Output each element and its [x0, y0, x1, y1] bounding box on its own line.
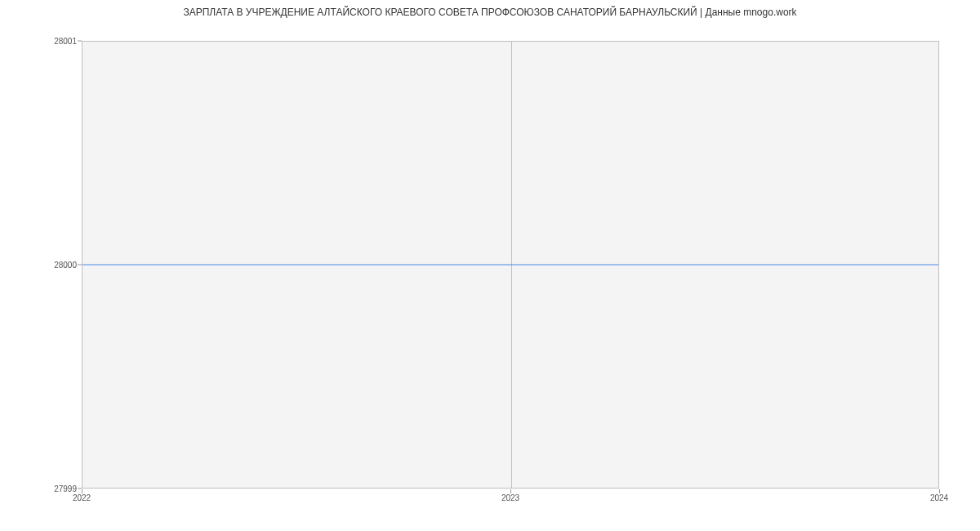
y-tick-mark — [78, 41, 82, 42]
x-tick-mark — [939, 489, 940, 493]
x-tick-label: 2022 — [73, 493, 91, 502]
x-tick-mark — [510, 489, 511, 493]
chart-title: ЗАРПЛАТА В УЧРЕЖДЕНИЕ АЛТАЙСКОГО КРАЕВОГ… — [0, 7, 980, 18]
y-tick-label: 28000 — [28, 261, 77, 270]
data-line — [82, 265, 938, 266]
y-tick-mark — [78, 265, 82, 266]
x-tick-label: 2023 — [501, 493, 519, 502]
y-tick-label: 27999 — [28, 484, 77, 493]
y-tick-label: 28001 — [28, 37, 77, 46]
plot-area — [82, 41, 939, 489]
x-tick-mark — [82, 489, 82, 493]
x-tick-label: 2024 — [930, 493, 948, 502]
